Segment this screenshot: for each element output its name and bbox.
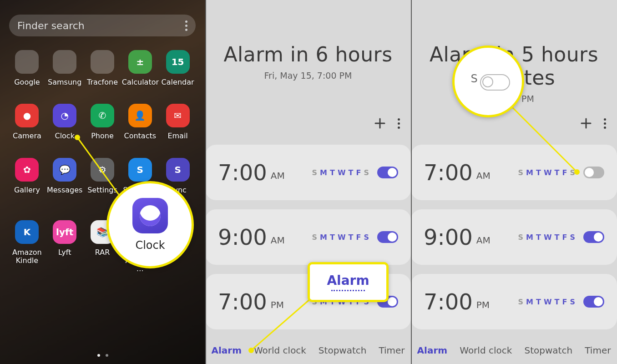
alarm-toggle[interactable] bbox=[377, 231, 398, 243]
app-calendar[interactable]: 15Calendar bbox=[159, 50, 197, 86]
more-icon[interactable] bbox=[398, 118, 400, 129]
app-label: Google bbox=[14, 78, 40, 86]
app-contacts[interactable]: 👤Contacts bbox=[121, 104, 159, 140]
page-indicator bbox=[0, 354, 205, 357]
alarm-days: SMTWTFS bbox=[518, 298, 575, 306]
app-icon: 👤 bbox=[128, 104, 152, 127]
app-icon: ± bbox=[128, 50, 152, 74]
app-label: Contacts bbox=[124, 132, 156, 140]
app-messages[interactable]: 💬Messages bbox=[46, 158, 84, 203]
alarm-toggle[interactable] bbox=[583, 296, 604, 308]
alarm-screen-after: Alarm in 5 hours minutes , 7:00 PM 7:00A… bbox=[411, 0, 617, 364]
app-label: Amazon Kindle bbox=[9, 248, 45, 265]
app-icon: ● bbox=[15, 104, 39, 127]
callout-clock-app: Clock bbox=[106, 181, 194, 268]
tab-alarm[interactable]: Alarm bbox=[417, 345, 448, 356]
tab-world-clock[interactable]: World clock bbox=[254, 345, 306, 356]
alarm-days: SMTWTFS bbox=[518, 233, 575, 242]
app-icon bbox=[91, 50, 114, 74]
app-phone[interactable]: ✆Phone bbox=[84, 104, 121, 140]
app-icon: ◔ bbox=[53, 104, 76, 127]
search-placeholder: Finder search bbox=[17, 20, 185, 31]
app-icon: 💬 bbox=[53, 158, 76, 182]
tab-world-clock[interactable]: World clock bbox=[460, 345, 512, 356]
alarm-toggle[interactable] bbox=[377, 167, 398, 178]
tab-alarm[interactable]: Alarm bbox=[211, 345, 242, 356]
app-label: Samsung bbox=[48, 78, 81, 86]
app-settings[interactable]: ⚙Settings bbox=[84, 158, 121, 203]
alarm-days: SMTWTFS bbox=[312, 168, 369, 177]
app-label: Calculator bbox=[122, 78, 158, 86]
callout-alarm-tab: Alarm bbox=[308, 262, 389, 302]
app-calculator[interactable]: ±Calculator bbox=[121, 50, 159, 86]
app-label: Camera bbox=[13, 132, 41, 140]
app-icon bbox=[15, 50, 39, 74]
alarm-row[interactable]: 9:00AMSMTWTFS bbox=[411, 209, 617, 265]
app-label: Lyft bbox=[58, 248, 71, 257]
alarm-time: 7:00 bbox=[218, 289, 267, 314]
app-icon: ✿ bbox=[15, 158, 39, 182]
bottom-tabs: AlarmWorld clockStopwatchTimer bbox=[205, 345, 411, 356]
alarm-time: 7:00 bbox=[218, 160, 267, 185]
app-icon: lyft bbox=[53, 220, 76, 244]
alarm-row[interactable]: 7:00PMSMTWTFS bbox=[411, 274, 617, 329]
app-icon: ⚙ bbox=[91, 158, 114, 182]
app-clock[interactable]: ◔Clock bbox=[46, 104, 84, 140]
app-icon: 15 bbox=[166, 50, 190, 74]
app-lyft[interactable]: lyftLyft bbox=[46, 220, 84, 273]
alarm-time: 7:00 bbox=[424, 289, 473, 314]
alarm-row[interactable]: 7:00AMSMTWTFS bbox=[411, 145, 617, 200]
app-icon: ✉ bbox=[166, 104, 190, 127]
divider bbox=[205, 0, 206, 364]
app-samsung[interactable]: Samsung bbox=[46, 50, 84, 86]
more-icon[interactable] bbox=[185, 20, 187, 31]
alarm-time: 7:00 bbox=[424, 160, 473, 185]
app-icon: ✆ bbox=[91, 104, 114, 127]
alarm-toggle[interactable] bbox=[583, 167, 604, 178]
app-label: Email bbox=[167, 132, 187, 140]
callout-toggle-off: S bbox=[452, 46, 524, 117]
app-label: Messages bbox=[47, 186, 82, 194]
app-label: Gallery bbox=[14, 186, 40, 194]
divider bbox=[411, 0, 412, 364]
alarm-ampm: AM bbox=[476, 235, 491, 246]
app-label: Phone bbox=[91, 132, 114, 140]
app-icon: S bbox=[166, 158, 190, 182]
app-label: Clock bbox=[55, 132, 74, 140]
more-icon[interactable] bbox=[604, 118, 606, 129]
app-icon: S bbox=[128, 158, 152, 182]
toggle-off-icon bbox=[480, 74, 510, 91]
callout-alarm-label: Alarm bbox=[327, 273, 369, 288]
alarm-list: 7:00AMSMTWTFS9:00AMSMTWTFS7:00PMSMTWTFS bbox=[411, 145, 617, 329]
callout-clock-label: Clock bbox=[135, 239, 165, 252]
clock-icon bbox=[132, 198, 168, 233]
alarm-row[interactable]: 7:00AMSMTWTFS bbox=[205, 145, 411, 200]
alarm-header-title: Alarm in 6 hours bbox=[205, 43, 411, 66]
alarm-row[interactable]: 9:00AMSMTWTFS bbox=[205, 209, 411, 265]
add-alarm-icon[interactable] bbox=[580, 117, 592, 129]
app-google[interactable]: Google bbox=[8, 50, 46, 86]
callout-toggle-label: S bbox=[470, 72, 477, 85]
app-label: Tracfone bbox=[87, 78, 118, 86]
app-camera[interactable]: ●Camera bbox=[8, 104, 46, 140]
app-icon: K bbox=[15, 220, 39, 244]
add-alarm-icon[interactable] bbox=[374, 117, 386, 129]
alarm-time: 9:00 bbox=[424, 224, 473, 250]
alarm-header-subtitle: Fri, May 15, 7:00 PM bbox=[205, 71, 411, 81]
alarm-screen-before: Alarm in 6 hours Fri, May 15, 7:00 PM 7:… bbox=[205, 0, 411, 364]
tab-timer[interactable]: Timer bbox=[585, 345, 611, 356]
app-drawer-screen: Finder search GoogleSamsungTracfone±Calc… bbox=[0, 0, 205, 364]
app-email[interactable]: ✉Email bbox=[159, 104, 197, 140]
app-amazon-kindle[interactable]: KAmazon Kindle bbox=[8, 220, 46, 273]
tab-timer[interactable]: Timer bbox=[379, 345, 405, 356]
app-tracfone[interactable]: Tracfone bbox=[84, 50, 121, 86]
tab-stopwatch[interactable]: Stopwatch bbox=[524, 345, 572, 356]
alarm-time: 9:00 bbox=[218, 224, 267, 250]
finder-search[interactable]: Finder search bbox=[9, 15, 196, 36]
alarm-toggle[interactable] bbox=[583, 231, 604, 243]
bottom-tabs: AlarmWorld clockStopwatchTimer bbox=[411, 345, 617, 356]
app-label: Settings bbox=[87, 186, 117, 194]
app-gallery[interactable]: ✿Gallery bbox=[8, 158, 46, 203]
alarm-days: SMTWTFS bbox=[518, 168, 575, 177]
tab-stopwatch[interactable]: Stopwatch bbox=[319, 345, 367, 356]
